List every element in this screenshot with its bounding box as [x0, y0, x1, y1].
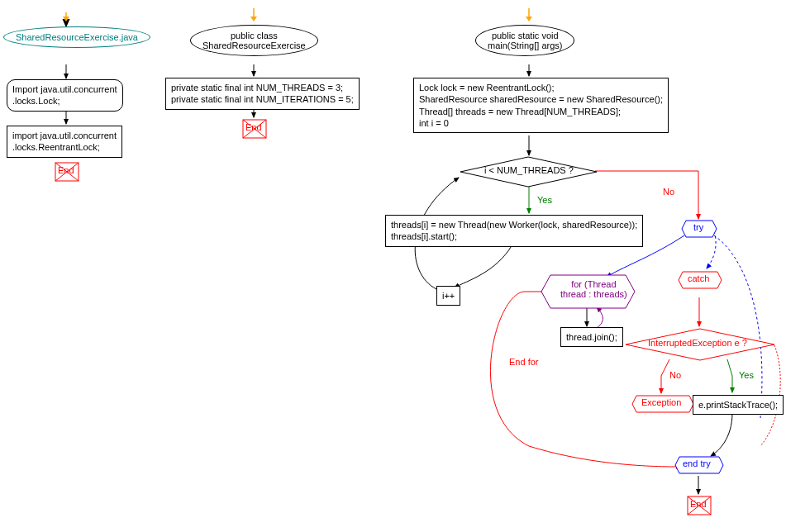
inc-text: i++ — [442, 291, 455, 301]
class-title-ellipse: public class SharedResourceExercise — [190, 25, 318, 56]
yes-label-2: Yes — [737, 370, 755, 380]
printstack-text: e.printStackTrace(); — [698, 400, 778, 410]
init-node: Lock lock = new ReentrantLock(); SharedR… — [413, 78, 669, 133]
exception-text: Exception — [641, 397, 681, 407]
end-label-1: End — [58, 165, 74, 175]
svg-marker-5 — [250, 17, 257, 21]
init-text: Lock lock = new ReentrantLock(); SharedR… — [419, 83, 663, 128]
svg-marker-9 — [526, 17, 532, 21]
inc-node: i++ — [436, 286, 460, 306]
no-label-1: No — [661, 187, 676, 197]
no-label-2: No — [668, 370, 683, 380]
main-title-ellipse: public static void main(String[] args) — [475, 25, 574, 56]
class-fields-node: private static final int NUM_THREADS = 3… — [165, 78, 360, 110]
thread-body-node: threads[i] = new Thread(new Worker(lock,… — [385, 215, 643, 247]
file-title-ellipse: SharedResourceExercise.java — [3, 26, 150, 48]
import-reentrant-node: import java.util.concurrent .locks.Reent… — [7, 126, 122, 158]
try-text: try — [693, 222, 703, 232]
intr-text: InterruptedException e ? — [648, 338, 747, 348]
import-reentrant-text: import java.util.concurrent .locks.Reent… — [12, 131, 117, 152]
yes-label-1: Yes — [536, 195, 554, 205]
endtry-text: end try — [683, 458, 711, 468]
file-title: SharedResourceExercise.java — [16, 32, 138, 42]
end-for-label: End for — [507, 357, 540, 367]
end-label-3: End — [690, 499, 707, 509]
svg-marker-2 — [63, 17, 69, 21]
printstack-node: e.printStackTrace(); — [693, 395, 784, 415]
for-text: for (Thread thread : threads) — [560, 279, 627, 299]
thread-body-text: threads[i] = new Thread(new Worker(lock,… — [391, 220, 637, 241]
cond-text: i < NUM_THREADS ? — [484, 165, 574, 175]
import-lock-node: Import java.util.concurrent .locks.Lock; — [7, 79, 123, 112]
class-fields-text: private static final int NUM_THREADS = 3… — [171, 83, 354, 104]
main-title: public static void main(String[] args) — [488, 31, 562, 50]
join-node: thread.join(); — [560, 327, 623, 347]
import-lock-text: Import java.util.concurrent .locks.Lock; — [12, 84, 117, 106]
catch-text: catch — [688, 273, 709, 283]
end-label-2: End — [245, 122, 262, 132]
join-text: thread.join(); — [566, 332, 617, 342]
class-title: public class SharedResourceExercise — [202, 31, 306, 50]
